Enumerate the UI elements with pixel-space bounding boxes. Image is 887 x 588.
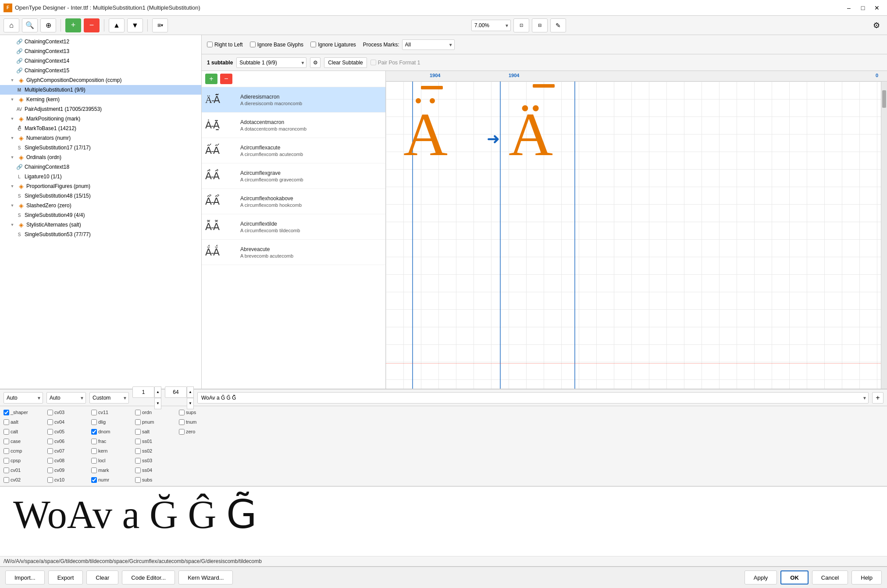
feature-cpsp[interactable]: cpsp [4, 456, 47, 465]
feature-pnum-input[interactable] [135, 419, 141, 425]
tree-item[interactable]: S SingleSubstitution48 (15/15) [0, 191, 201, 201]
feature-numr-input[interactable] [91, 477, 97, 483]
find-button[interactable]: ⊕ [40, 18, 56, 32]
feature-cv01[interactable]: cv01 [4, 466, 47, 475]
ignore-base-glyphs-input[interactable] [250, 42, 256, 47]
feature-case[interactable]: case [4, 437, 47, 446]
kern-wizard-button[interactable]: Kern Wizard... [178, 570, 233, 584]
feature-pnum[interactable]: pnum [135, 418, 179, 426]
feature-dlig[interactable]: dlig [91, 418, 135, 426]
tree-item[interactable]: ▼ ◈ SlashedZero (zero) [0, 201, 201, 210]
feature-ccmp-input[interactable] [4, 448, 9, 454]
feature-subs[interactable]: subs [135, 475, 179, 484]
feature-subs-input[interactable] [135, 477, 141, 483]
tree-item[interactable]: 🔗 ChainingContext15 [0, 66, 201, 75]
grid-button[interactable]: ⊟ [532, 18, 548, 32]
subtable-selector[interactable]: Subtable 1 (9/9) ▼ [236, 57, 306, 68]
feature-cv07-input[interactable] [47, 448, 53, 454]
feature-salt[interactable]: salt [135, 427, 179, 436]
feature-cv11-input[interactable] [91, 410, 97, 415]
maximize-button[interactable]: □ [856, 2, 869, 14]
feature-cv07[interactable]: cv07 [47, 446, 91, 455]
tree-item[interactable]: ▼ ◈ Numerators (numr) [0, 133, 201, 143]
tree-item[interactable]: ê̂ MarkToBase1 (14212) [0, 124, 201, 133]
glyph-row[interactable]: Ä-A̋̄ Adieresismacron A dieresiscomb mac… [202, 87, 385, 113]
fit-button[interactable]: ⊡ [513, 18, 529, 32]
feature-cv10-input[interactable] [47, 477, 53, 483]
feature-locl[interactable]: locl [91, 456, 135, 465]
preview-text-selector[interactable]: WoAv a Ğ Ĝ G̃ ▼ [197, 392, 869, 404]
tree-item[interactable]: 🔗 ChainingContext18 [0, 162, 201, 172]
clear-button[interactable]: Clear [86, 570, 118, 584]
feature-ss02[interactable]: ss02 [135, 446, 179, 455]
feature-cv03-input[interactable] [47, 410, 53, 415]
ignore-base-glyphs-checkbox[interactable]: Ignore Base Glyphs [250, 42, 303, 48]
feature-zero-input[interactable] [179, 429, 185, 435]
auto-select-2[interactable]: Auto ▼ [46, 392, 86, 404]
subtable-settings-button[interactable]: ⚙ [310, 57, 321, 68]
zoom-selector[interactable]: 7.00% ▼ [471, 20, 511, 31]
pair-pos-format-checkbox[interactable]: Pair Pos Format 1 [370, 60, 420, 66]
feature-cv02[interactable]: cv02 [4, 475, 47, 484]
process-marks-select[interactable]: All [402, 39, 455, 50]
feature-cv02-input[interactable] [4, 477, 9, 483]
search-button[interactable]: 🔍 [22, 18, 38, 32]
tree-item[interactable]: S SingleSubstitution17 (17/17) [0, 143, 201, 152]
feature-tnum[interactable]: tnum [179, 418, 223, 426]
ignore-ligatures-checkbox[interactable]: Ignore Ligatures [310, 42, 356, 48]
feature-salt-input[interactable] [135, 429, 141, 435]
feature-frac-input[interactable] [91, 439, 97, 444]
feature-aalt-input[interactable] [4, 419, 9, 425]
right-to-left-checkbox[interactable]: Right to Left [207, 42, 243, 48]
code-editor-button[interactable]: Code Editor... [122, 570, 175, 584]
add-button[interactable]: + [65, 18, 81, 32]
feature-tnum-input[interactable] [179, 419, 185, 425]
process-marks-selector[interactable]: All ▼ [402, 39, 455, 50]
clear-subtable-button[interactable]: Clear Subtable [324, 57, 367, 68]
feature-cv09[interactable]: cv09 [47, 466, 91, 475]
feature-cv09-input[interactable] [47, 468, 53, 473]
remove-button[interactable]: − [84, 18, 100, 32]
tree-item[interactable]: AV PairAdjustment1 (17005/239553) [0, 104, 201, 114]
glyph-row[interactable]: Ắ-Ắ Abreveacute A brevecomb acutecomb [202, 240, 385, 265]
feature-cv06-input[interactable] [47, 439, 53, 444]
tree-item[interactable]: S SingleSubstitution49 (4/4) [0, 210, 201, 220]
feature-ss02-input[interactable] [135, 448, 141, 454]
size-spinner-2[interactable]: ▲ ▼ [165, 386, 194, 409]
custom-select[interactable]: Custom ▼ [89, 392, 129, 404]
feature-mark-input[interactable] [91, 468, 97, 473]
feature-ss04-input[interactable] [135, 468, 141, 473]
feature-ordn-input[interactable] [135, 410, 141, 415]
apply-button[interactable]: Apply [745, 570, 777, 584]
tree-item[interactable]: 🔗 ChainingContext13 [0, 46, 201, 56]
feature-cv06[interactable]: cv06 [47, 437, 91, 446]
feature-locl-input[interactable] [91, 458, 97, 464]
size-up-button-2[interactable]: ▲ [187, 386, 194, 398]
view-button[interactable]: ⊞▾ [152, 18, 168, 32]
auto-select-2-input[interactable]: Auto [46, 392, 86, 404]
tree-item[interactable]: ▼ ◈ MarkPositioning (mark) [0, 114, 201, 124]
feature-cv03[interactable]: cv03 [47, 408, 91, 417]
feature-ss03-input[interactable] [135, 458, 141, 464]
feature-cv04[interactable]: cv04 [47, 418, 91, 426]
glyph-row[interactable]: Ẫ-Ẫ Acircumflextilde A circumflexcomb t… [202, 214, 385, 240]
add-preview-button[interactable]: + [872, 392, 883, 404]
feature-dnom[interactable]: dnom [91, 427, 135, 436]
feature-calt-input[interactable] [4, 429, 9, 435]
zoom-select[interactable]: 7.00% [471, 20, 511, 31]
tree-item[interactable]: ▼ ◈ ProportionalFigures (pnum) [0, 181, 201, 191]
feature-case-input[interactable] [4, 439, 9, 444]
feature-frac[interactable]: frac [91, 437, 135, 446]
right-to-left-input[interactable] [207, 42, 213, 47]
subtable-select[interactable]: Subtable 1 (9/9) [236, 57, 306, 68]
feature-cv11[interactable]: cv11 [91, 408, 135, 417]
tree-item[interactable]: ▼ ◈ StylisticAlternates (salt) [0, 220, 201, 230]
feature-cv05-input[interactable] [47, 429, 53, 435]
glyph-row[interactable]: Ȧ-Ā̱ Adotaccentmacron A dotaccentcomb m… [202, 113, 385, 138]
feature-mark[interactable]: mark [91, 466, 135, 475]
cancel-button[interactable]: Cancel [812, 570, 848, 584]
feature-shaper[interactable]: _shaper [4, 408, 47, 417]
home-button[interactable]: ⌂ [4, 18, 19, 32]
feature-kern-input[interactable] [91, 448, 97, 454]
feature-aalt[interactable]: aalt [4, 418, 47, 426]
